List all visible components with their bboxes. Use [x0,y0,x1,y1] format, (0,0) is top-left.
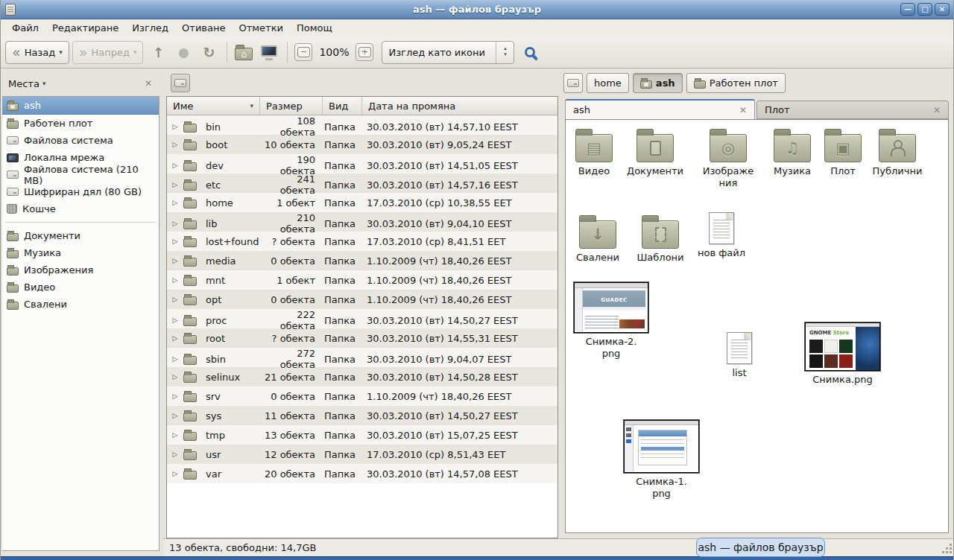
table-row[interactable]: ▷selinux21 обектаПапка30.03.2010 (вт) 14… [167,367,557,386]
expander-icon[interactable]: ▷ [167,373,183,381]
sidebar-item-home[interactable]: ash [2,97,159,115]
column-header-type[interactable]: Вид [323,97,362,115]
tab-close-icon[interactable]: ✕ [933,105,941,115]
breadcrumb-root-button[interactable] [171,74,190,92]
table-row[interactable]: ▷home1 обектПапка17.03.2010 (ср) 10,38,5… [167,193,557,212]
folder-templates[interactable]: Шаблони [632,214,689,264]
folder-documents[interactable]: Документи [619,127,691,177]
table-row[interactable]: ▷etc241 обектаПапка30.03.2010 (вт) 14,57… [167,174,557,193]
expander-icon[interactable]: ▷ [167,355,183,363]
up-button[interactable]: ↑ [146,41,170,64]
table-row[interactable]: ▷usr12 обектаПапка17.03.2010 (ср) 8,51,4… [167,445,557,464]
column-header-size[interactable]: Размер [260,97,323,115]
file-list[interactable]: list [711,332,768,379]
forward-button[interactable]: » Напред ▾ [72,41,144,64]
file-snimka-1-png[interactable]: Снимка-1.png [624,420,699,500]
table-row[interactable]: ▷boot10 обектаПапка30.03.2010 (вт) 9,05,… [167,135,557,154]
sidebar-item-trash[interactable]: Кошче [2,200,159,217]
folder-downloads[interactable]: ↓ Свалени [569,214,626,264]
combo-spinner[interactable]: ▴ ▾ [496,42,514,63]
menu-file[interactable]: Файл [5,20,45,36]
sidebar-item-filesystem-210mb[interactable]: Файлова система (210 MB) [2,166,159,183]
places-title[interactable]: Места [8,78,40,89]
minimize-button[interactable]: — [900,3,915,16]
table-row[interactable]: ▷root? обектаПапка30.03.2010 (вт) 14,55,… [167,328,557,348]
file-snimka-png[interactable]: GNOME Store Снимка.png [804,322,881,386]
places-close-icon[interactable]: ✕ [145,78,152,89]
menu-help[interactable]: Помощ [290,20,339,36]
expander-icon[interactable]: ▷ [167,141,183,148]
menu-bookmarks[interactable]: Отметки [232,20,289,36]
expander-icon[interactable]: ▷ [167,296,183,303]
sidebar-item-encrypted[interactable]: Шифриран дял (80 GB) [2,183,159,200]
expander-icon[interactable]: ▷ [167,412,183,419]
close-button[interactable]: ✕ [935,3,950,16]
table-row[interactable]: ▷tmp13 обектаПапка30.03.2010 (вт) 15,07,… [167,425,557,445]
sidebar-item-filesystem[interactable]: Файлова система [2,132,159,149]
expander-icon[interactable]: ▷ [167,123,183,130]
search-icon[interactable] [525,47,535,57]
resize-grip[interactable] [950,551,952,553]
computer-button[interactable] [257,41,281,64]
column-header-date[interactable]: Дата на промяна [362,97,557,115]
expander-icon[interactable]: ▷ [167,181,183,188]
taskbar-window-button[interactable]: ash — файлов браузър [696,538,825,557]
zoom-out-button[interactable]: − [294,43,312,61]
title-bar[interactable]: ash — файлов браузър — □ ✕ [1,0,953,19]
breadcrumb-desktop-button[interactable]: Работен плот [686,73,786,93]
folder-pictures[interactable]: ◎ Изображения [700,127,756,190]
zoom-in-button[interactable]: + [356,43,373,61]
folder-public[interactable]: Публични [866,127,929,177]
table-row[interactable]: ▷sbin272 обектаПапка30.03.2010 (вт) 9,04… [167,348,557,367]
table-row[interactable]: ▷dev190 обектаПапка30.03.2010 (вт) 14,51… [167,154,557,174]
expander-icon[interactable]: ▷ [167,238,183,245]
table-row[interactable]: ▷lost+found? обектаПапка17.03.2010 (ср) … [167,232,557,251]
home-button[interactable]: ⌂ [232,41,256,64]
expander-icon[interactable]: ▷ [167,334,183,342]
expander-icon[interactable]: ▷ [167,392,183,400]
table-row[interactable]: ▷sys11 обектаПапка30.03.2010 (вт) 14,50,… [167,406,557,425]
tab-close-icon[interactable]: ✕ [739,105,747,115]
back-button[interactable]: « Назад ▾ [5,41,69,64]
column-header-name[interactable]: Име ▾ [167,97,260,115]
table-row[interactable]: ▷var20 обектаПапка30.03.2010 (вт) 14,57,… [167,464,557,483]
table-row[interactable]: ▷bin108 обектаПапка30.03.2010 (вт) 14,57… [167,115,557,135]
table-row[interactable]: ▷srv0 обектаПапка1.10.2009 (чт) 18,40,26… [167,386,557,406]
table-row[interactable]: ▷proc222 обектаПапка30.03.2010 (вт) 14,5… [167,309,557,328]
menu-view[interactable]: Изглед [125,20,175,36]
sidebar-item-music[interactable]: Музика [2,244,159,261]
table-row[interactable]: ▷media0 обектаПапка1.10.2009 (чт) 18,40,… [167,251,557,270]
sidebar-item-documents[interactable]: Документи [2,227,159,244]
stop-button[interactable]: ● [171,41,195,64]
expander-icon[interactable]: ▷ [167,199,183,206]
file-new-file[interactable]: нов файл [693,212,750,259]
chevron-down-icon[interactable]: ▾ [42,80,46,87]
sidebar-item-videos[interactable]: Видео [2,279,159,296]
sidebar-item-pictures[interactable]: Изображения [2,261,159,279]
expander-icon[interactable]: ▷ [167,451,183,458]
table-row[interactable]: ▷lib210 обектаПапка30.03.2010 (вт) 9,04,… [167,212,557,232]
menu-go[interactable]: Отиване [175,20,232,36]
maximize-button[interactable]: □ [917,3,932,16]
menu-edit[interactable]: Редактиране [45,20,125,36]
expander-icon[interactable]: ▷ [167,431,183,439]
expander-icon[interactable]: ▷ [167,257,183,264]
table-row[interactable]: ▷mnt1 обектПапка1.10.2009 (чт) 18,40,26 … [167,270,557,290]
folder-music[interactable]: ♫ Музика [761,127,824,177]
breadcrumb-ash-button[interactable]: ash [633,73,683,93]
view-mode-select[interactable]: Изглед като икони ▴ ▾ [382,41,514,64]
breadcrumb-root-button[interactable] [563,73,583,93]
file-snimka-2-png[interactable]: GUADEC Снимка-2.png [574,282,648,360]
expander-icon[interactable]: ▷ [167,470,183,477]
expander-icon[interactable]: ▷ [167,316,183,324]
table-row[interactable]: ▷opt0 обектаПапка1.10.2009 (чт) 18,40,26… [167,290,557,309]
tab-ash[interactable]: ash ✕ [565,99,755,119]
breadcrumb-home-button[interactable]: home [587,73,629,93]
expander-icon[interactable]: ▷ [167,162,183,169]
sidebar-item-desktop[interactable]: Работен плот [2,115,159,132]
back-dropdown-icon[interactable]: ▾ [59,48,63,56]
expander-icon[interactable]: ▷ [167,220,183,227]
tab-plot[interactable]: Плот ✕ [756,101,949,119]
sidebar-item-downloads[interactable]: Свалени [2,296,159,313]
folder-videos[interactable]: ▤ Видео [566,127,622,177]
